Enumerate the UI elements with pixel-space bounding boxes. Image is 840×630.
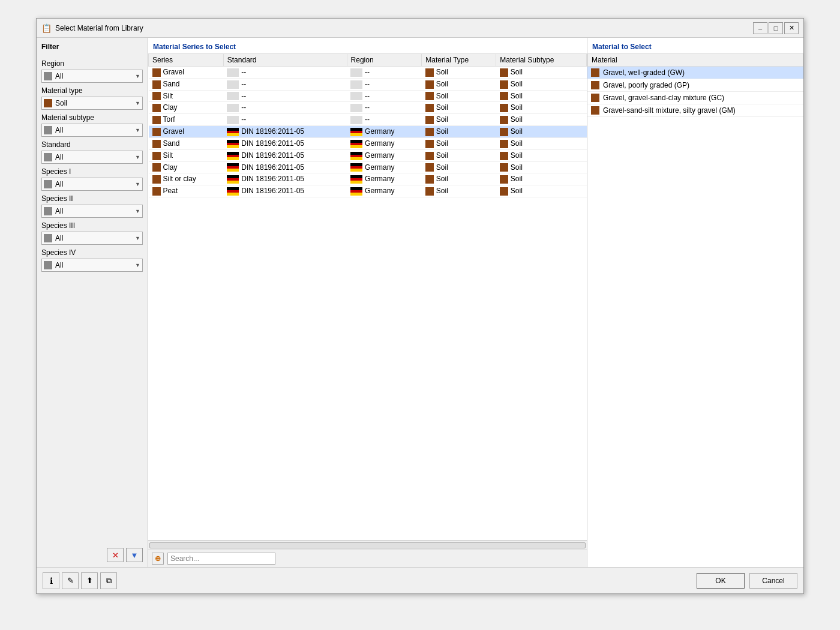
material-list-item[interactable]: Gravel, well-graded (GW) bbox=[587, 67, 803, 79]
material-subtype-color-icon bbox=[500, 163, 508, 172]
dialog-icon: 📋 bbox=[41, 23, 52, 33]
flag-icon bbox=[227, 175, 239, 184]
horizontal-scrollbar[interactable] bbox=[148, 540, 587, 550]
standard-cell: -- bbox=[223, 67, 347, 79]
species3-label: Species III bbox=[41, 221, 143, 230]
series-color-icon bbox=[152, 116, 161, 124]
standard-cell: DIN 18196:2011-05 bbox=[223, 185, 347, 197]
material-list-item[interactable]: Gravel, gravel-sand-clay mixture (GC) bbox=[587, 92, 803, 104]
dialog-body: Filter Region All ▼ Material type Soil ▼… bbox=[37, 38, 803, 567]
series-color-icon bbox=[152, 104, 161, 112]
material-subtype-color-icon bbox=[500, 80, 508, 89]
series-color-icon bbox=[152, 80, 161, 89]
material-subtype-color-icon bbox=[500, 152, 508, 160]
material-type-cell: Soil bbox=[422, 114, 496, 126]
material-type-cell: Soil bbox=[422, 126, 496, 138]
species1-select[interactable]: All bbox=[41, 178, 143, 191]
table-row[interactable]: Torf----SoilSoil bbox=[149, 114, 587, 126]
copy-button[interactable]: ⧉ bbox=[100, 572, 117, 589]
species3-select[interactable]: All bbox=[41, 232, 143, 245]
material-type-select[interactable]: Soil bbox=[41, 97, 143, 110]
table-row[interactable]: Clay----SoilSoil bbox=[149, 102, 587, 114]
series-cell: Silt bbox=[149, 90, 224, 102]
material-subtype-cell: Soil bbox=[496, 137, 587, 149]
standard-cell: DIN 18196:2011-05 bbox=[223, 173, 347, 185]
ok-button[interactable]: OK bbox=[697, 573, 745, 589]
minimize-button[interactable]: – bbox=[753, 22, 767, 34]
table-row[interactable]: SandDIN 18196:2011-05GermanySoilSoil bbox=[149, 137, 587, 149]
standard-cell: -- bbox=[223, 78, 347, 90]
dialog-window: 📋 Select Material from Library – □ ✕ Fil… bbox=[36, 18, 804, 594]
series-table-body: Gravel----SoilSoilSand----SoilSoilSilt--… bbox=[149, 67, 587, 197]
import-button[interactable]: ⬆ bbox=[81, 572, 98, 589]
flag-icon bbox=[227, 187, 239, 196]
species4-select-wrapper: All ▼ bbox=[41, 259, 143, 272]
restore-button[interactable]: □ bbox=[769, 22, 783, 34]
species1-select-wrapper: All ▼ bbox=[41, 178, 143, 191]
material-type-color-icon bbox=[425, 140, 434, 148]
table-row[interactable]: ClayDIN 18196:2011-05GermanySoilSoil bbox=[149, 161, 587, 173]
region-select[interactable]: All bbox=[41, 70, 143, 83]
scrollbar-track[interactable] bbox=[149, 542, 586, 548]
material-type-color-icon bbox=[425, 68, 434, 77]
clear-filter-button[interactable]: ✕ bbox=[107, 548, 124, 562]
filter-bottom-buttons: ✕ ▼ bbox=[41, 548, 143, 562]
material-item-label: Gravel, poorly graded (GP) bbox=[603, 81, 689, 89]
material-type-cell: Soil bbox=[422, 67, 496, 79]
material-list-item[interactable]: Gravel, poorly graded (GP) bbox=[587, 79, 803, 92]
species2-select[interactable]: All bbox=[41, 205, 143, 218]
series-cell: Gravel bbox=[149, 126, 224, 138]
table-row[interactable]: Silt----SoilSoil bbox=[149, 90, 587, 102]
material-type-cell: Soil bbox=[422, 102, 496, 114]
material-panel-title: Material to Select bbox=[587, 38, 803, 53]
material-type-cell: Soil bbox=[422, 149, 496, 161]
region-cell: -- bbox=[347, 102, 422, 114]
region-cell: Germany bbox=[347, 161, 422, 173]
table-row[interactable]: SiltDIN 18196:2011-05GermanySoilSoil bbox=[149, 149, 587, 161]
standard-select[interactable]: All bbox=[41, 151, 143, 164]
material-list-item[interactable]: Gravel-sand-silt mixture, silty gravel (… bbox=[587, 104, 803, 117]
search-input[interactable] bbox=[167, 553, 275, 565]
region-cell: -- bbox=[347, 114, 422, 126]
material-subtype-color-icon bbox=[500, 140, 508, 148]
material-type-color-icon bbox=[425, 187, 434, 196]
region-cell: -- bbox=[347, 90, 422, 102]
material-subtype-label: Material subtype bbox=[41, 113, 143, 122]
material-subtype-select[interactable]: All bbox=[41, 124, 143, 137]
series-color-icon bbox=[152, 163, 161, 172]
species4-select[interactable]: All bbox=[41, 259, 143, 272]
table-row[interactable]: GravelDIN 18196:2011-05GermanySoilSoil bbox=[149, 126, 587, 138]
material-type-cell: Soil bbox=[422, 161, 496, 173]
material-col-header: Material bbox=[587, 53, 803, 67]
material-type-color-icon bbox=[425, 163, 434, 172]
series-table: Series Standard Region Material Type Mat… bbox=[148, 53, 587, 197]
info-button[interactable]: ℹ bbox=[43, 572, 59, 589]
material-type-color-icon bbox=[425, 116, 434, 124]
table-row[interactable]: Gravel----SoilSoil bbox=[149, 67, 587, 79]
material-subtype-cell: Soil bbox=[496, 90, 587, 102]
region-cell: -- bbox=[347, 67, 422, 79]
close-button[interactable]: ✕ bbox=[784, 22, 799, 34]
series-table-container[interactable]: Series Standard Region Material Type Mat… bbox=[148, 53, 587, 540]
table-row[interactable]: Silt or clayDIN 18196:2011-05GermanySoil… bbox=[149, 173, 587, 185]
flag-placeholder bbox=[350, 92, 362, 100]
table-row[interactable]: PeatDIN 18196:2011-05GermanySoilSoil bbox=[149, 185, 587, 197]
flag-icon bbox=[350, 163, 362, 172]
material-list[interactable]: Gravel, well-graded (GW)Gravel, poorly g… bbox=[587, 67, 803, 567]
cancel-button[interactable]: Cancel bbox=[749, 573, 797, 589]
series-color-icon bbox=[152, 175, 161, 184]
table-row[interactable]: Sand----SoilSoil bbox=[149, 78, 587, 90]
bottom-left-icons: ℹ ✎ ⬆ ⧉ bbox=[43, 572, 117, 589]
standard-select-wrapper: All ▼ bbox=[41, 151, 143, 164]
flag-placeholder bbox=[227, 92, 239, 100]
add-search-button[interactable]: ⊕ bbox=[152, 553, 164, 565]
material-type-color-icon bbox=[425, 104, 434, 112]
col-header-standard: Standard bbox=[223, 54, 347, 67]
series-panel-title: Material Series to Select bbox=[148, 38, 587, 53]
material-subtype-cell: Soil bbox=[496, 78, 587, 90]
material-subtype-color-icon bbox=[500, 128, 508, 136]
edit-button[interactable]: ✎ bbox=[62, 572, 79, 589]
material-subtype-color-icon bbox=[500, 92, 508, 100]
apply-filter-button[interactable]: ▼ bbox=[126, 548, 143, 562]
title-bar-right: – □ ✕ bbox=[753, 22, 799, 34]
